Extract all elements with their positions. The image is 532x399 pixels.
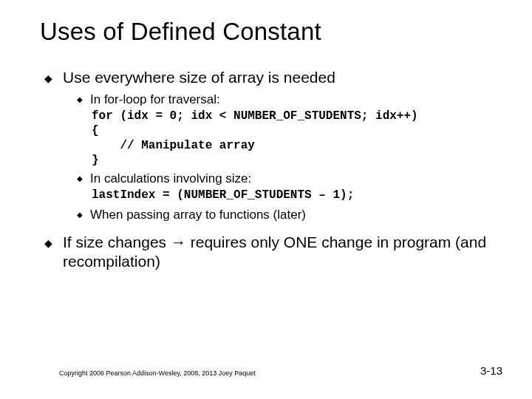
- footer: Copyright 2006 Pearson Addison-Wesley, 2…: [59, 364, 502, 377]
- bullet-icon: ◆: [77, 171, 83, 186]
- bullet-level2: ◆ In for-loop for traversal:: [77, 92, 505, 107]
- sub-list: ◆ In for-loop for traversal: for (idx = …: [77, 92, 505, 222]
- slide: Uses of Defined Constant ◆ Use everywher…: [0, 0, 532, 399]
- bullet-level1: ◆ Use everywhere size of array is needed: [44, 68, 505, 87]
- bullet-icon: ◆: [44, 234, 52, 252]
- bullet-level1: ◆ If size changes → requires only ONE ch…: [44, 233, 505, 271]
- code-block: lastIndex = (NUMBER_OF_STUDENTS – 1);: [92, 188, 505, 202]
- page-number: 3-13: [480, 364, 502, 377]
- bullet-text: In for-loop for traversal:: [90, 92, 220, 107]
- bullet-icon: ◆: [44, 69, 52, 87]
- code-block: for (idx = 0; idx < NUMBER_OF_STUDENTS; …: [92, 109, 505, 168]
- bullet-level2: ◆ When passing array to functions (later…: [77, 207, 505, 222]
- bullet-level2: ◆ In calculations involving size:: [77, 171, 505, 186]
- bullet-text: When passing array to functions (later): [90, 207, 306, 222]
- arrow-icon: →: [171, 233, 186, 250]
- bullet-icon: ◆: [77, 92, 83, 107]
- slide-title: Uses of Defined Constant: [40, 18, 505, 46]
- bullet-icon: ◆: [77, 208, 83, 222]
- bullet-text: If size changes → requires only ONE chan…: [63, 233, 505, 271]
- bullet-text: In calculations involving size:: [90, 171, 251, 186]
- copyright-text: Copyright 2006 Pearson Addison-Wesley, 2…: [59, 369, 256, 377]
- bullet-text: Use everywhere size of array is needed: [63, 68, 335, 87]
